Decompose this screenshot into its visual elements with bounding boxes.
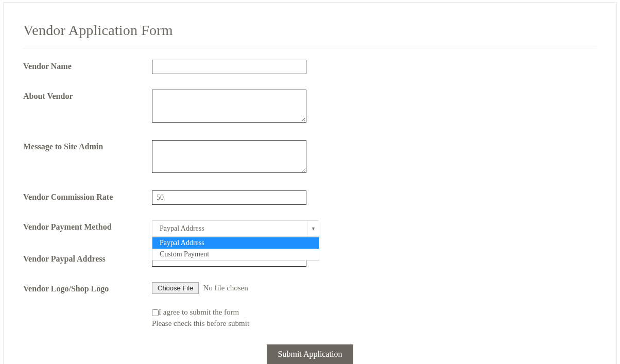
- row-vendor-name: Vendor Name: [23, 60, 597, 74]
- agree-label: I agree to submit the form: [159, 308, 239, 316]
- payment-method-select[interactable]: Paypal Address ▼: [152, 220, 319, 237]
- label-paypal-address: Vendor Paypal Address: [23, 252, 152, 264]
- payment-method-option-custom[interactable]: Custom Payment: [152, 249, 319, 260]
- row-about-vendor: About Vendor: [23, 90, 597, 125]
- label-vendor-name: Vendor Name: [23, 60, 152, 71]
- divider: [23, 48, 597, 48]
- agree-checkbox[interactable]: [152, 309, 159, 316]
- chevron-down-icon: ▼: [307, 221, 319, 236]
- payment-method-select-wrap: Paypal Address ▼ Paypal Address Custom P…: [152, 220, 319, 237]
- row-commission-rate: Vendor Commission Rate: [23, 190, 597, 205]
- about-vendor-textarea[interactable]: [152, 90, 306, 123]
- submit-application-button[interactable]: Submit Application: [267, 344, 354, 364]
- choose-file-button[interactable]: Choose File: [152, 282, 199, 294]
- label-message-admin: Message to Site Admin: [23, 140, 152, 151]
- label-commission-rate: Vendor Commission Rate: [23, 190, 152, 202]
- commission-rate-input[interactable]: [152, 190, 306, 205]
- vendor-form: Vendor Name About Vendor Message to Site…: [23, 60, 597, 364]
- file-status-text: No file chosen: [203, 284, 248, 292]
- row-agree: I agree to submit the form Please check …: [152, 306, 597, 329]
- message-admin-textarea[interactable]: [152, 140, 306, 173]
- payment-method-option-paypal[interactable]: Paypal Address: [152, 237, 319, 249]
- payment-method-dropdown: Paypal Address Custom Payment: [152, 237, 319, 261]
- label-logo: Vendor Logo/Shop Logo: [23, 282, 152, 293]
- payment-method-selected-value: Paypal Address: [160, 224, 204, 233]
- label-about-vendor: About Vendor: [23, 90, 152, 101]
- form-container: Vendor Application Form Vendor Name Abou…: [3, 2, 617, 364]
- submit-row: Submit Application: [23, 344, 597, 364]
- agree-hint: Please check this before submit: [152, 318, 597, 329]
- row-message-admin: Message to Site Admin: [23, 140, 597, 175]
- vendor-name-input[interactable]: [152, 60, 306, 74]
- row-payment-method: Vendor Payment Method Paypal Address ▼ P…: [23, 220, 597, 237]
- label-payment-method: Vendor Payment Method: [23, 220, 152, 232]
- row-logo: Vendor Logo/Shop Logo Choose File No fil…: [23, 282, 597, 294]
- page-title: Vendor Application Form: [23, 22, 597, 39]
